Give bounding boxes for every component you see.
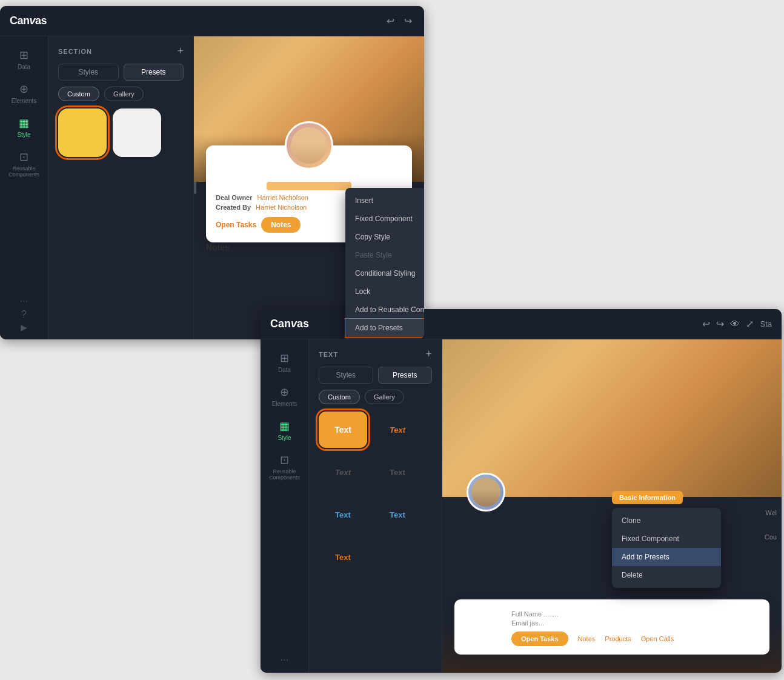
open-tasks-btn-2[interactable]: Open Tasks <box>511 632 568 646</box>
win1-canvas: Deal Owner Harriet Nicholson Created By … <box>194 36 424 339</box>
custom-toggle[interactable]: Custom <box>58 87 99 101</box>
win2-header: Canvas ↩ ↪ 👁 ⤢ Sta <box>261 309 782 339</box>
win2-canvas: Basic Information Full Name ........ Ema… <box>442 339 782 673</box>
ctx-add-reusable[interactable]: Add to Reusable Components <box>345 301 424 319</box>
win2-custom-toggle[interactable]: Custom <box>319 390 360 404</box>
full-name-value: ........ <box>543 610 558 618</box>
notes-tab-2[interactable]: Notes <box>578 635 596 642</box>
win2-styles-tab[interactable]: Styles <box>319 367 373 384</box>
sidebar-item-elements[interactable]: ⊕ Elements <box>4 78 45 109</box>
ctx-lock[interactable]: Lock <box>345 282 424 301</box>
custom-gallery-tabs: Custom Gallery <box>48 87 193 108</box>
gallery-toggle[interactable]: Gallery <box>104 87 144 101</box>
avatar-2 <box>467 473 505 512</box>
context-menu-2: Clone Fixed Component Add to Presets Del… <box>612 508 721 588</box>
sidebar2-style-label: Style <box>277 435 291 441</box>
win2-presets-tab[interactable]: Presets <box>378 367 433 384</box>
sidebar2-item-reusable[interactable]: ⊡ Reusable Components <box>264 448 305 485</box>
sidebar2-dots: ··· <box>281 655 288 665</box>
ctx-paste-style: Paste Style <box>345 246 424 264</box>
text-swatch-4[interactable]: Text <box>319 496 367 533</box>
ctx-conditional-styling[interactable]: Conditional Styling <box>345 264 424 282</box>
sidebar-item-data[interactable]: ⊞ Data <box>4 44 45 75</box>
elements-icon-2: ⊕ <box>280 385 289 399</box>
deal-owner-value: Harriet Nicholson <box>257 194 308 201</box>
ctx-fixed-component[interactable]: Fixed Component <box>345 210 424 228</box>
open-calls-tab-2[interactable]: Open Calls <box>641 635 674 642</box>
text-swatch-3[interactable]: Text <box>373 454 422 490</box>
win1-logo: Canvas <box>10 15 47 27</box>
win1-sidebar: ⊞ Data ⊕ Elements ▦ Style ⊡ Reusable Com… <box>0 36 48 339</box>
ctx-add-presets[interactable]: Add to Presets <box>345 319 424 337</box>
expand-button[interactable]: ⤢ <box>746 318 754 330</box>
text-swatch-5[interactable]: Text <box>373 496 422 533</box>
swatch-orange[interactable] <box>58 108 107 157</box>
sidebar2-elements-label: Elements <box>272 401 297 407</box>
ctx-insert[interactable]: Insert › <box>345 192 424 210</box>
panel-add-button[interactable]: + <box>177 45 184 58</box>
win1-panel: SECTION + Styles Presets Custom Gallery <box>48 36 194 339</box>
ctx-delete[interactable]: Delete <box>345 337 424 339</box>
full-name-row: Full Name ........ <box>511 610 761 618</box>
window-2: Canvas ↩ ↪ 👁 ⤢ Sta ⊞ Data ⊕ Elements ▦ S… <box>261 309 782 673</box>
ctx2-delete[interactable]: Delete <box>612 566 721 584</box>
data-icon: ⊞ <box>19 48 28 62</box>
text-swatch-0[interactable]: Text <box>319 412 367 448</box>
styles-tab[interactable]: Styles <box>58 64 119 81</box>
sidebar2-reusable-label: Reusable Components <box>267 468 303 481</box>
undo-button-2[interactable]: ↩ <box>702 318 710 330</box>
window-1: Canvas ↩ ↪ ⊞ Data ⊕ Elements ▦ Style ⊡ R… <box>0 6 424 339</box>
canvas2-info: Full Name ........ Email jas... Open Tas… <box>511 610 761 646</box>
ctx2-fixed-component[interactable]: Fixed Component <box>612 530 721 548</box>
products-tab-2[interactable]: Products <box>605 635 631 642</box>
redo-button[interactable]: ↪ <box>402 13 414 29</box>
sidebar2-item-data[interactable]: ⊞ Data <box>264 347 305 378</box>
help-icon[interactable]: ? <box>21 309 27 320</box>
sidebar-item-style[interactable]: ▦ Style <box>4 112 45 143</box>
win1-body: ⊞ Data ⊕ Elements ▦ Style ⊡ Reusable Com… <box>0 36 424 339</box>
sidebar2-item-style[interactable]: ▦ Style <box>264 415 305 446</box>
sidebar2-item-elements[interactable]: ⊕ Elements <box>264 381 305 412</box>
avatar <box>285 121 333 170</box>
redo-button-2[interactable]: ↪ <box>716 318 724 330</box>
win1-panel-header: SECTION + <box>48 36 193 64</box>
win1-undo-redo: ↩ ↪ <box>384 13 414 29</box>
basic-info-dot <box>679 493 683 498</box>
win2-panel: TEXT + Styles Presets Custom Gallery Tex… <box>309 339 442 673</box>
ctx2-add-presets[interactable]: Add to Presets <box>612 548 721 566</box>
open-tasks-tab[interactable]: Open Tasks <box>216 221 256 229</box>
sidebar-data-label: Data <box>18 64 30 70</box>
welcome-text: Wel <box>765 509 777 516</box>
text-swatch-1[interactable]: Text <box>373 412 422 448</box>
email-label: Email <box>511 619 528 627</box>
section-label: SECTION <box>58 48 92 55</box>
context-menu-1: Insert › Fixed Component Copy Style Past… <box>345 188 424 339</box>
win2-gallery-toggle[interactable]: Gallery <box>365 390 404 404</box>
notes-button[interactable]: Notes <box>261 217 301 233</box>
elements-icon: ⊕ <box>19 82 28 96</box>
eye-button[interactable]: 👁 <box>730 319 740 330</box>
preset-swatches <box>48 108 193 157</box>
win2-controls: ↩ ↪ 👁 ⤢ Sta <box>702 318 772 330</box>
presets-tab[interactable]: Presets <box>124 64 184 81</box>
email-row: Email jas... <box>511 619 761 627</box>
ctx2-clone[interactable]: Clone <box>612 512 721 530</box>
win2-body: ⊞ Data ⊕ Elements ▦ Style ⊡ Reusable Com… <box>261 339 782 673</box>
deal-owner-label: Deal Owner <box>216 194 253 201</box>
ctx-copy-style[interactable]: Copy Style <box>345 228 424 246</box>
style-icon-2: ▦ <box>279 419 290 433</box>
full-name-label: Full Name <box>511 610 542 618</box>
play-icon[interactable]: ▶ <box>21 322 27 332</box>
sidebar-style-label: Style <box>17 132 30 138</box>
win1-header: Canvas ↩ ↪ <box>0 6 424 36</box>
text-swatch-6[interactable]: Text <box>319 539 367 575</box>
swatch-white[interactable] <box>113 108 161 157</box>
text-swatch-2[interactable]: Text <box>319 454 367 490</box>
sidebar-reusable-label: Reusable Components <box>6 165 42 178</box>
sta-text: Sta <box>760 319 772 328</box>
sidebar-item-reusable[interactable]: ⊡ Reusable Components <box>4 145 45 182</box>
card-name-blur <box>267 182 351 190</box>
sidebar2-data-label: Data <box>278 367 291 373</box>
undo-button[interactable]: ↩ <box>384 13 397 29</box>
panel-add-button-2[interactable]: + <box>425 348 432 361</box>
